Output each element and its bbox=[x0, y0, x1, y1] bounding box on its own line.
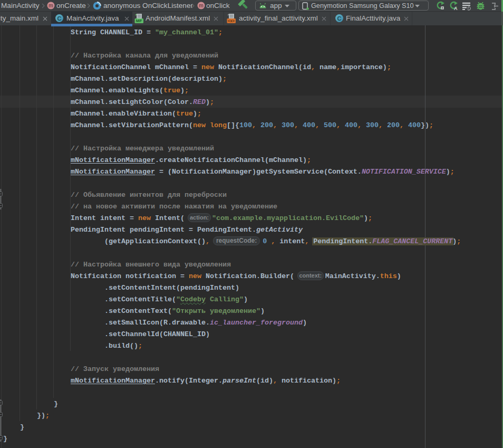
svg-text:<x>: <x> bbox=[228, 18, 235, 23]
svg-text:m: m bbox=[49, 3, 53, 8]
svg-text:C: C bbox=[337, 15, 342, 22]
svg-text:m: m bbox=[199, 3, 204, 8]
svg-text:A: A bbox=[454, 5, 458, 11]
svg-text:C: C bbox=[57, 15, 62, 22]
svg-text:MF: MF bbox=[136, 18, 142, 23]
